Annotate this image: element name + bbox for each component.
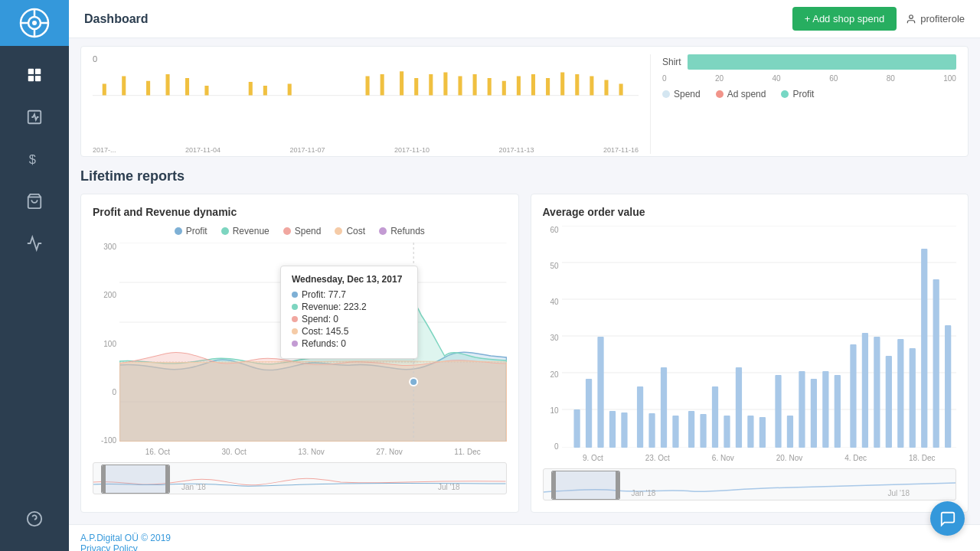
logo[interactable]: [0, 0, 69, 46]
privacy-link[interactable]: Privacy Policy: [80, 543, 969, 551]
sidebar-item-dashboard[interactable]: [0, 54, 69, 96]
sidebar-bottom: [26, 497, 43, 540]
shirt-bar: [688, 54, 956, 70]
top-chart-legend: Spend Ad spend Profit: [662, 89, 956, 99]
tooltip-title: Wednesday, Dec 13, 2017: [292, 274, 407, 285]
svg-rect-19: [122, 77, 126, 96]
legend-spend-label: Spend: [674, 89, 701, 99]
tooltip-row-cost: Cost: 145.5: [292, 326, 407, 337]
sidebar-item-campaigns[interactable]: [0, 222, 69, 264]
svg-rect-72: [700, 414, 706, 448]
mini-nav-selector[interactable]: [101, 465, 170, 494]
profit-revenue-chart-container: 300 200 100 0 -100: [93, 243, 507, 494]
svg-rect-27: [366, 77, 370, 96]
svg-rect-66: [621, 412, 627, 448]
svg-rect-79: [786, 416, 792, 448]
tooltip-revenue: Revenue: 223.2: [302, 302, 367, 312]
top-left-chart: 0: [93, 54, 639, 154]
sidebar-item-cart[interactable]: [0, 180, 69, 222]
right-mini-nav-right-handle[interactable]: [616, 471, 619, 499]
avg-order-title: Average order value: [543, 206, 957, 218]
legend-refunds-label: Refunds: [390, 226, 425, 236]
top-right-chart: Shirt 0 20 40 60 80 100: [650, 54, 956, 154]
svg-rect-81: [810, 379, 816, 448]
x-axis-left: 16. Oct 30. Oct 13. Nov 27. Nov 11. Dec: [119, 448, 507, 456]
svg-point-16: [910, 15, 913, 18]
svg-rect-43: [604, 80, 608, 96]
right-mini-nav-left-handle[interactable]: [552, 471, 556, 499]
svg-rect-38: [531, 74, 535, 96]
campaigns-icon: [26, 235, 43, 252]
svg-text:$: $: [29, 152, 36, 165]
legend-profit-top-label: Profit: [792, 89, 814, 99]
avg-order-chart-area: [562, 226, 957, 451]
svg-rect-42: [590, 77, 593, 96]
svg-rect-22: [185, 78, 189, 96]
svg-rect-80: [799, 371, 805, 448]
legend-cost: Cost: [335, 226, 365, 236]
dashboard-icon: [26, 67, 43, 83]
svg-rect-86: [874, 337, 880, 448]
top-timeseries-svg: [93, 67, 639, 143]
tooltip-profit: Profit: 77.7: [302, 289, 346, 300]
svg-rect-83: [834, 375, 840, 448]
svg-rect-74: [724, 416, 730, 448]
sidebar-item-orders[interactable]: [0, 96, 69, 138]
lifetime-section: Lifetime reports Profit and Revenue dyna…: [80, 168, 969, 513]
svg-rect-36: [502, 81, 506, 96]
sidebar-item-help[interactable]: [26, 497, 43, 540]
mini-nav-left-handle[interactable]: [102, 465, 106, 493]
svg-rect-62: [573, 409, 580, 448]
right-mini-nav[interactable]: Jan '18 Jul '18: [543, 468, 957, 500]
legend-profit: Profit: [175, 226, 207, 236]
svg-rect-24: [249, 82, 253, 96]
x-date-label: 2017-11-13: [498, 146, 534, 154]
svg-rect-20: [146, 81, 150, 96]
svg-rect-29: [400, 71, 403, 95]
copyright: A.P.Digital OÜ © 2019: [80, 533, 969, 543]
chart-area: Wednesday, Dec 13, 2017 Profit: 77.7 Rev…: [119, 243, 507, 445]
svg-rect-33: [458, 77, 462, 96]
mini-nav-right-handle[interactable]: [165, 465, 169, 493]
tooltip-row-profit: Profit: 77.7: [292, 289, 407, 300]
sidebar-item-finance[interactable]: $: [0, 138, 69, 180]
svg-rect-71: [688, 411, 694, 448]
svg-rect-7: [28, 68, 34, 73]
svg-rect-89: [909, 348, 915, 448]
right-mini-jul-label: Jul '18: [887, 489, 910, 497]
tooltip-cost: Cost: 145.5: [302, 326, 348, 337]
svg-rect-85: [861, 333, 867, 448]
user-icon: [906, 14, 916, 24]
svg-point-54: [410, 378, 417, 386]
left-mini-nav[interactable]: Jan '18 Jul '18: [93, 462, 507, 494]
svg-rect-64: [597, 337, 603, 448]
legend-ad-spend-label: Ad spend: [727, 89, 766, 99]
legend-revenue: Revenue: [221, 226, 270, 236]
top-chart-y-zero: 0: [93, 54, 639, 64]
logo-icon: [19, 8, 50, 38]
x-date-label: 2017-11-10: [394, 146, 430, 154]
lifetime-title: Lifetime reports: [80, 168, 969, 184]
svg-rect-76: [747, 416, 753, 448]
svg-rect-21: [165, 74, 169, 96]
chat-button[interactable]: [930, 501, 965, 536]
svg-rect-40: [560, 73, 564, 96]
x-date-label: 2017-11-04: [185, 146, 220, 154]
svg-rect-87: [885, 356, 891, 448]
svg-rect-35: [488, 78, 492, 96]
main-content: Dashboard + Add shop spend profiterole 0: [69, 0, 980, 551]
tooltip-row-revenue: Revenue: 223.2: [292, 302, 407, 312]
avg-order-svg: [562, 226, 957, 448]
svg-rect-18: [103, 84, 106, 96]
right-mini-nav-selector[interactable]: [551, 471, 620, 500]
charts-row: Profit and Revenue dynamic Profit Revenu…: [80, 194, 969, 513]
svg-rect-30: [414, 78, 418, 96]
header: Dashboard + Add shop spend profiterole: [69, 0, 980, 38]
top-chart-section: 0: [80, 46, 969, 157]
legend-refunds: Refunds: [379, 226, 425, 236]
add-shop-button[interactable]: + Add shop spend: [792, 7, 897, 31]
x-date-label: 2017-11-16: [603, 146, 639, 154]
username: profiterole: [920, 13, 965, 24]
svg-rect-9: [28, 75, 34, 80]
svg-rect-75: [735, 367, 741, 448]
